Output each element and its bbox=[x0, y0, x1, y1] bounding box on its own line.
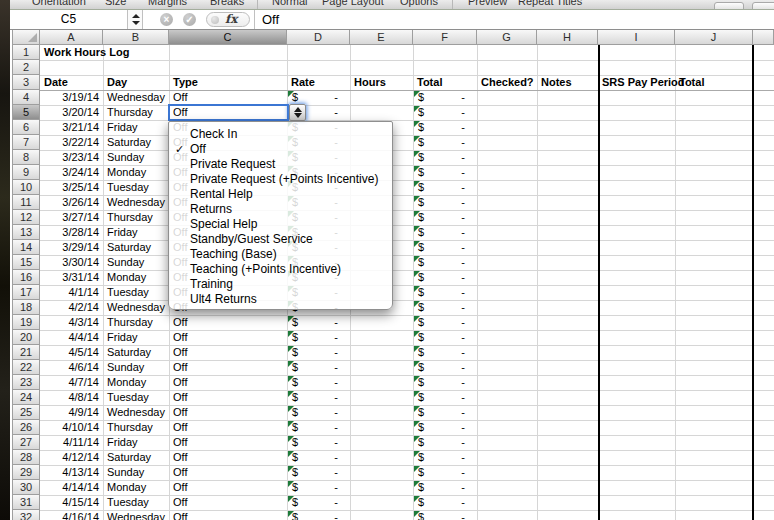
toolbar-item-size[interactable]: Size bbox=[105, 0, 126, 7]
cell-money-amount[interactable]: - bbox=[413, 315, 465, 330]
cell-B3-header[interactable]: Day bbox=[107, 75, 127, 90]
name-box-stepper-icon[interactable] bbox=[127, 10, 143, 29]
cell-B8-day[interactable]: Sunday bbox=[107, 150, 144, 165]
row-header-17[interactable]: 17 bbox=[12, 285, 40, 300]
col-header-B[interactable]: B bbox=[103, 30, 169, 45]
row-header-28[interactable]: 28 bbox=[12, 450, 40, 465]
name-box[interactable]: C5 bbox=[10, 10, 127, 29]
cell-C21-type[interactable]: Off bbox=[173, 345, 187, 360]
col-header-C[interactable]: C bbox=[169, 30, 287, 45]
cell-money-amount[interactable]: - bbox=[413, 180, 465, 195]
cell-money-amount[interactable]: - bbox=[413, 465, 465, 480]
cell-A15-date[interactable]: 3/30/14 bbox=[40, 255, 99, 270]
cell-B13-day[interactable]: Friday bbox=[107, 225, 138, 240]
cell-B12-day[interactable]: Thursday bbox=[107, 210, 153, 225]
dropdown-item-teaching-base[interactable]: Teaching (Base) bbox=[169, 247, 392, 262]
cell-money-amount[interactable]: - bbox=[413, 300, 465, 315]
cell-money-amount[interactable]: - bbox=[287, 495, 338, 510]
cell-money-amount[interactable]: - bbox=[287, 315, 338, 330]
dropdown-item-training[interactable]: Training bbox=[169, 277, 392, 292]
cell-money-amount[interactable]: - bbox=[413, 390, 465, 405]
cell-A28-date[interactable]: 4/12/14 bbox=[40, 450, 99, 465]
cell-A31-date[interactable]: 4/15/14 bbox=[40, 495, 99, 510]
cell-money-amount[interactable]: - bbox=[413, 270, 465, 285]
cell-A27-date[interactable]: 4/11/14 bbox=[40, 435, 99, 450]
cell-money-amount[interactable]: - bbox=[413, 195, 465, 210]
row-header-18[interactable]: 18 bbox=[12, 300, 40, 315]
dropdown-item-special-help[interactable]: Special Help bbox=[169, 217, 392, 232]
cell-B19-day[interactable]: Thursday bbox=[107, 315, 153, 330]
cell-B21-day[interactable]: Saturday bbox=[107, 345, 151, 360]
cell-H3-header[interactable]: Notes bbox=[541, 75, 572, 90]
row-header-6[interactable]: 6 bbox=[12, 120, 40, 135]
row-header-3[interactable]: 3 bbox=[12, 75, 40, 90]
row-header-8[interactable]: 8 bbox=[12, 150, 40, 165]
toolbar-item-options[interactable]: Options bbox=[400, 0, 438, 7]
row-header-13[interactable]: 13 bbox=[12, 225, 40, 240]
toolbar-item-orientation[interactable]: Orientation bbox=[32, 0, 86, 7]
row-header-10[interactable]: 10 bbox=[12, 180, 40, 195]
cell-money-amount[interactable]: - bbox=[413, 135, 465, 150]
cell-C31-type[interactable]: Off bbox=[173, 495, 187, 510]
cell-money-amount[interactable]: - bbox=[413, 405, 465, 420]
row-header-23[interactable]: 23 bbox=[12, 375, 40, 390]
dropdown-item-returns[interactable]: Returns bbox=[169, 202, 392, 217]
cell-C24-type[interactable]: Off bbox=[173, 390, 187, 405]
cell-A30-date[interactable]: 4/14/14 bbox=[40, 480, 99, 495]
cell-C32-type[interactable]: Off bbox=[173, 510, 187, 520]
cell-B26-day[interactable]: Thursday bbox=[107, 420, 153, 435]
dropdown-item-rental-help[interactable]: Rental Help bbox=[169, 187, 392, 202]
cell-money-amount[interactable]: - bbox=[413, 120, 465, 135]
cell-money-amount[interactable]: - bbox=[413, 240, 465, 255]
cell-B23-day[interactable]: Monday bbox=[107, 375, 146, 390]
cell-A20-date[interactable]: 4/4/14 bbox=[40, 330, 99, 345]
cell-money-amount[interactable]: - bbox=[287, 405, 338, 420]
cell-B14-day[interactable]: Saturday bbox=[107, 240, 151, 255]
cell-B25-day[interactable]: Wednesday bbox=[107, 405, 165, 420]
cell-B11-day[interactable]: Wednesday bbox=[107, 195, 165, 210]
cell-money-amount[interactable]: - bbox=[413, 225, 465, 240]
dropdown-item-standby-guest-service[interactable]: Standby/Guest Service bbox=[169, 232, 392, 247]
cell-money-amount[interactable]: - bbox=[287, 510, 338, 520]
cell-money-amount[interactable]: - bbox=[287, 480, 338, 495]
cell-money-amount[interactable]: - bbox=[413, 345, 465, 360]
cell-C28-type[interactable]: Off bbox=[173, 450, 187, 465]
col-header-A[interactable]: A bbox=[40, 30, 103, 45]
row-header-15[interactable]: 15 bbox=[12, 255, 40, 270]
cell-money-amount[interactable]: - bbox=[287, 360, 338, 375]
cell-C29-type[interactable]: Off bbox=[173, 465, 187, 480]
cell-A4-date[interactable]: 3/19/14 bbox=[40, 90, 99, 105]
accept-icon[interactable]: ✓ bbox=[183, 13, 196, 26]
cell-B28-day[interactable]: Saturday bbox=[107, 450, 151, 465]
cell-C27-type[interactable]: Off bbox=[173, 435, 187, 450]
row-header-16[interactable]: 16 bbox=[12, 270, 40, 285]
cell-money-amount[interactable]: - bbox=[287, 435, 338, 450]
toolbar-item-breaks[interactable]: Breaks bbox=[210, 0, 244, 7]
dropdown-item-private-request[interactable]: Private Request bbox=[169, 157, 392, 172]
cell-A13-date[interactable]: 3/28/14 bbox=[40, 225, 99, 240]
formula-input[interactable]: Off bbox=[262, 12, 279, 27]
row-header-29[interactable]: 29 bbox=[12, 465, 40, 480]
cell-A1-title[interactable]: Work Hours Log bbox=[44, 45, 129, 60]
cell-C3-header[interactable]: Type bbox=[173, 75, 198, 90]
cell-B17-day[interactable]: Tuesday bbox=[107, 285, 149, 300]
cell-A16-date[interactable]: 3/31/14 bbox=[40, 270, 99, 285]
toolbar-item-margins[interactable]: Margins bbox=[148, 0, 187, 7]
row-header-21[interactable]: 21 bbox=[12, 345, 40, 360]
cell-money-amount[interactable]: - bbox=[413, 330, 465, 345]
cell-A21-date[interactable]: 4/5/14 bbox=[40, 345, 99, 360]
cell-money-amount[interactable]: - bbox=[287, 375, 338, 390]
cell-money-amount[interactable]: - bbox=[413, 90, 465, 105]
col-header-J[interactable]: J bbox=[675, 30, 753, 45]
cell-A18-date[interactable]: 4/2/14 bbox=[40, 300, 99, 315]
cell-C4-type[interactable]: Off bbox=[173, 90, 187, 105]
cell-money-amount[interactable]: - bbox=[413, 420, 465, 435]
cell-money-amount[interactable]: - bbox=[287, 465, 338, 480]
row-header-4[interactable]: 4 bbox=[12, 90, 40, 105]
cell-B9-day[interactable]: Monday bbox=[107, 165, 146, 180]
cell-A5-date[interactable]: 3/20/14 bbox=[40, 105, 99, 120]
cell-B15-day[interactable]: Sunday bbox=[107, 255, 144, 270]
cell-money-amount[interactable]: - bbox=[413, 495, 465, 510]
col-header-I[interactable]: I bbox=[598, 30, 675, 45]
row-header-11[interactable]: 11 bbox=[12, 195, 40, 210]
